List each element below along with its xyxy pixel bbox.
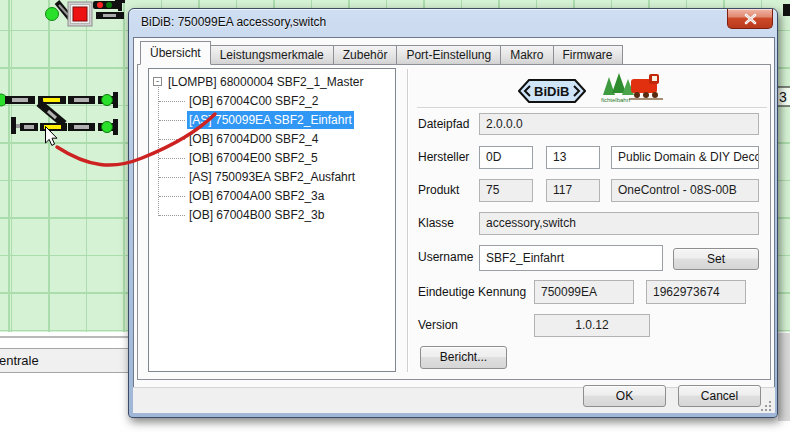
turnout-indicator-icon[interactable] <box>46 8 59 21</box>
version-label: Version <box>418 318 458 334</box>
tree-item-label[interactable]: [OB] 67004B00 SBF2_3b <box>187 206 326 224</box>
fichtelbahn-logo: fichtelbahn <box>595 69 667 109</box>
resize-grip[interactable] <box>761 401 773 413</box>
tab-bar: Übersicht Leistungsmerkmale Zubehör Port… <box>141 41 623 65</box>
tab-firmware[interactable]: Firmware <box>553 45 623 65</box>
kennung-hex-field: 750099EA <box>534 280 634 304</box>
produkt-dec-field: 117 <box>546 179 600 202</box>
panel-separator <box>407 69 408 372</box>
tab-zubehoer[interactable]: Zubehör <box>333 45 398 65</box>
header-separator <box>417 107 767 108</box>
cancel-button[interactable]: Cancel <box>678 385 761 407</box>
dateipfad-label: Dateipfad <box>418 117 469 133</box>
svg-text:fichtelbahn: fichtelbahn <box>601 97 630 103</box>
ok-button[interactable]: OK <box>583 385 666 407</box>
produkt-hex-field: 75 <box>479 179 533 202</box>
tree-item-label[interactable]: [OB] 67004E00 SBF2_5 <box>187 149 320 167</box>
right-edge-panel <box>778 333 790 421</box>
tab-leistungsmerkmale[interactable]: Leistungsmerkmale <box>210 45 334 65</box>
tree-item-label[interactable]: [LOMPB] 68000004 SBF2_1_Master <box>166 73 365 91</box>
version-field: 1.0.12 <box>534 314 650 337</box>
kennung-label: Eindeutige Kennung <box>418 285 526 301</box>
turnout-indicator-icon[interactable] <box>102 95 113 106</box>
stop-button[interactable] <box>68 2 92 26</box>
klasse-field: accessory,switch <box>479 212 759 235</box>
hersteller-label: Hersteller <box>418 150 469 166</box>
expand-minus-icon[interactable]: - <box>153 77 162 86</box>
username-label: Username <box>418 250 473 266</box>
tab-makro[interactable]: Makro <box>500 45 553 65</box>
tree-item-label[interactable]: [OB] 67004A00 SBF2_3a <box>187 187 326 205</box>
tree-item-label[interactable]: [AS] 750099EA SBF2_Einfahrt <box>187 111 354 129</box>
svg-text:BiDiB: BiDiB <box>534 84 569 99</box>
close-button[interactable] <box>727 9 773 29</box>
bidib-node-dialog: BiDiB: 750099EA accessory,switch Übersic… <box>128 8 778 418</box>
produkt-name-field: OneControl - 08S-00B <box>611 179 759 202</box>
klasse-label: Klasse <box>418 216 454 232</box>
tree-item-label[interactable]: [AS] 750093EA SBF2_Ausfahrt <box>187 168 357 186</box>
track-end-marker <box>113 119 118 135</box>
close-icon <box>744 13 757 25</box>
hersteller-name-field[interactable]: Public Domain & DIY Decc <box>611 146 759 169</box>
produkt-label: Produkt <box>418 183 459 199</box>
track-segment <box>783 4 790 16</box>
svg-text:3: 3 <box>779 89 787 105</box>
track-end-marker <box>113 92 118 108</box>
kennung-dec-field: 1962973674 <box>646 280 746 304</box>
tree-item-label[interactable]: [OB] 67004C00 SBF2_2 <box>187 92 320 110</box>
stop-icon <box>73 7 87 21</box>
dialog-title: BiDiB: 750099EA accessory,switch <box>141 15 326 29</box>
signal-icon[interactable] <box>93 0 125 11</box>
turnout-indicator-icon[interactable] <box>102 122 113 133</box>
zentrale-panel-title: Zentrale <box>0 349 39 372</box>
set-button[interactable]: Set <box>673 248 759 270</box>
hersteller-hex-input[interactable]: 0D <box>479 146 533 169</box>
tree-item-label[interactable]: [OB] 67004D00 SBF2_4 <box>187 130 320 148</box>
bidib-logo: BiDiB <box>518 78 586 104</box>
tab-uebersicht[interactable]: Übersicht <box>140 41 211 65</box>
bericht-button[interactable]: Bericht... <box>420 346 507 369</box>
node-tree[interactable]: - [LOMPB] 68000004 SBF2_1_Master [OB] 67… <box>148 68 396 372</box>
dateipfad-field: 2.0.0.0 <box>479 113 759 135</box>
hersteller-dec-input[interactable]: 13 <box>546 146 600 169</box>
buffer-stop-icon[interactable] <box>11 117 16 134</box>
username-input[interactable]: SBF2_Einfahrt <box>479 245 663 271</box>
tab-port-einstellung[interactable]: Port-Einstellung <box>396 45 501 65</box>
